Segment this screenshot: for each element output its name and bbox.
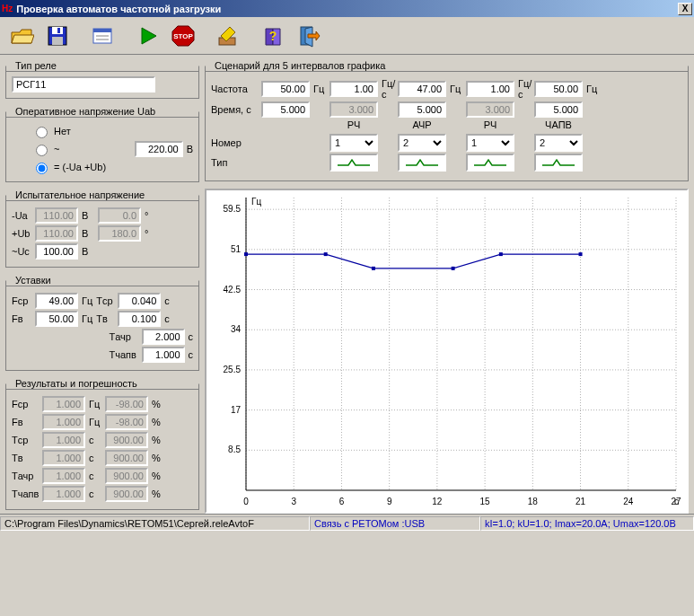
freq-c3[interactable]: [466, 81, 514, 97]
status-conn: Связь с РЕТОМом :USB: [310, 516, 480, 531]
chart-svg: 03691215182124278.51725.53442.55159.5Гцс: [206, 190, 687, 512]
time-c2[interactable]: [398, 101, 446, 118]
setpoints-legend: Уставки: [12, 275, 55, 286]
freq-c1[interactable]: [329, 81, 378, 97]
num-c4[interactable]: 2: [534, 134, 583, 152]
toolbar: STOP ?: [0, 17, 694, 55]
type-c1[interactable]: [329, 154, 378, 172]
chart-area: 03691215182124278.51725.53442.55159.5Гцс: [205, 189, 689, 514]
setpoints-group: Уставки Fср Гц Tср с Fв Гц Tв с Tачр: [5, 275, 199, 371]
svg-rect-55: [579, 252, 583, 256]
uab-value-input[interactable]: [135, 141, 183, 157]
svg-text:8.5: 8.5: [228, 444, 241, 454]
time-c0[interactable]: [261, 101, 310, 118]
uab-group: Оперативное напряжение Uab Нет ~ В = (-U…: [5, 106, 199, 182]
svg-rect-54: [499, 252, 503, 256]
relay-type-legend: Тип реле: [12, 60, 60, 71]
tchapv-input[interactable]: [142, 347, 185, 363]
stop-button[interactable]: STOP: [167, 20, 199, 52]
app-icon-hz: Hz: [2, 4, 13, 13]
ua-label: -Ua: [12, 210, 31, 221]
run-button[interactable]: [131, 20, 163, 52]
time-c1: [329, 101, 378, 118]
svg-text:15: 15: [480, 497, 491, 506]
svg-text:17: 17: [231, 405, 242, 415]
svg-text:9: 9: [387, 497, 392, 506]
svg-text:6: 6: [339, 497, 345, 506]
relay-type-input[interactable]: [12, 76, 155, 92]
status-path: C:\Program Files\Dynamics\RETOM51\Сергей…: [0, 516, 310, 531]
time-c4[interactable]: [534, 101, 583, 118]
svg-text:21: 21: [575, 497, 586, 506]
uab-legend: Оперативное напряжение Uab: [12, 106, 159, 117]
titlebar: Hz Проверка автоматов частотной разгрузк…: [0, 0, 694, 17]
freq-c2[interactable]: [398, 81, 446, 97]
freq-c4[interactable]: [534, 81, 583, 97]
statusbar: C:\Program Files\Dynamics\RETOM51\Сергей…: [0, 514, 694, 532]
scenario-group: Сценарий для 5 интервалов графика Частот…: [205, 60, 689, 181]
svg-text:12: 12: [432, 497, 443, 506]
svg-text:Гц: Гц: [251, 197, 261, 207]
svg-text:с: с: [674, 497, 679, 506]
window-title: Проверка автоматов частотной разгрузки: [16, 4, 678, 14]
ub-angle: [98, 225, 141, 242]
svg-text:STOP: STOP: [173, 32, 193, 40]
fcp-input[interactable]: [35, 293, 78, 309]
results-legend: Результаты и погрешность: [12, 378, 141, 389]
help-button[interactable]: ?: [257, 20, 289, 52]
num-c2[interactable]: 2: [398, 134, 446, 152]
svg-rect-51: [324, 252, 328, 256]
svg-rect-50: [244, 252, 248, 256]
type-c3[interactable]: [466, 154, 514, 172]
status-params: kI=1.0; kU=1.0; Imax=20.0A; Umax=120.0B: [480, 516, 694, 531]
svg-text:51: 51: [231, 244, 242, 254]
svg-rect-53: [452, 267, 455, 270]
exit-button[interactable]: [293, 20, 325, 52]
test-voltage-legend: Испытательное напряжение: [12, 189, 148, 200]
scenario-legend: Сценарий для 5 интервалов графика: [211, 60, 389, 71]
num-c3[interactable]: 1: [466, 134, 514, 152]
svg-text:59.5: 59.5: [224, 204, 242, 214]
svg-rect-2: [52, 37, 63, 45]
tachr-input[interactable]: [142, 329, 185, 345]
svg-text:42.5: 42.5: [224, 285, 242, 295]
svg-text:34: 34: [231, 324, 242, 334]
type-c4[interactable]: [534, 154, 583, 172]
svg-text:3: 3: [291, 497, 296, 506]
options-button[interactable]: [86, 20, 119, 52]
svg-rect-52: [372, 267, 375, 270]
ub-label: +Ub: [12, 228, 31, 239]
ua-input: [35, 207, 78, 224]
num-c1[interactable]: 1: [329, 134, 378, 152]
uab-radio-none[interactable]: Нет: [31, 124, 193, 138]
svg-text:?: ?: [269, 29, 277, 43]
type-c2[interactable]: [398, 154, 446, 172]
svg-text:18: 18: [528, 497, 539, 506]
uab-unit: В: [187, 144, 193, 154]
freq-c0[interactable]: [261, 81, 310, 97]
test-voltage-group: Испытательное напряжение -Ua В ° +Ub В °…: [5, 189, 199, 268]
relay-type-group: Тип реле: [5, 60, 199, 99]
edit-button[interactable]: [212, 20, 244, 52]
ub-input: [35, 225, 78, 242]
tcp-input[interactable]: [118, 293, 161, 309]
fv-input[interactable]: [35, 311, 78, 327]
svg-rect-3: [57, 28, 60, 33]
open-button[interactable]: [5, 20, 38, 52]
results-group: Результаты и погрешность Fср Гц % Fв Гц …: [5, 378, 199, 510]
tv-input[interactable]: [118, 311, 161, 327]
svg-rect-5: [93, 29, 111, 32]
save-button[interactable]: [41, 20, 74, 52]
uc-label: ~Uc: [12, 246, 31, 257]
uc-input[interactable]: [35, 243, 78, 260]
time-c3: [466, 101, 514, 118]
svg-text:24: 24: [623, 497, 634, 506]
svg-text:25.5: 25.5: [224, 365, 242, 374]
svg-text:0: 0: [243, 497, 249, 506]
close-button[interactable]: X: [678, 3, 692, 15]
ua-angle: [98, 207, 141, 224]
uab-radio-sine[interactable]: ~: [31, 142, 131, 156]
uab-radio-uaub[interactable]: = (-Ua +Ub): [31, 160, 193, 174]
